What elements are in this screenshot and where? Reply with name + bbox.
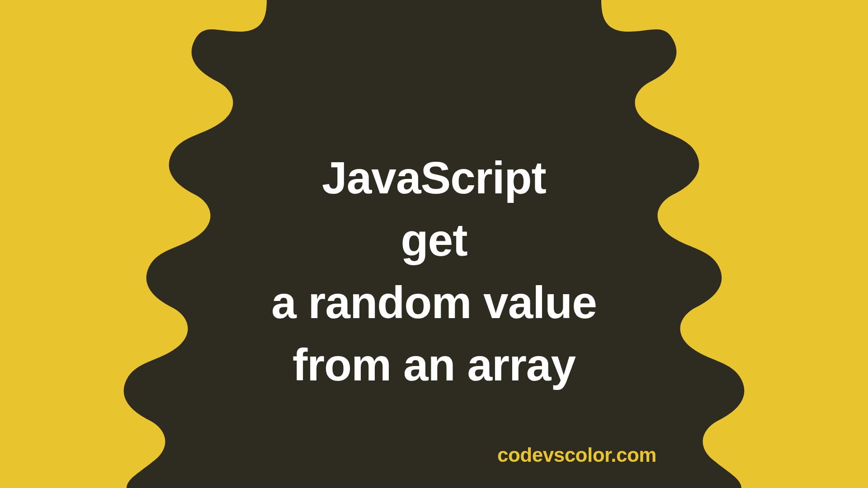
artboard: JavaScript get a random value from an ar…	[0, 0, 868, 488]
title-line-4: from an array	[292, 338, 576, 392]
title-line-2: get	[401, 213, 467, 267]
title-block: JavaScript get a random value from an ar…	[163, 96, 705, 392]
title-line-1: JavaScript	[322, 150, 546, 205]
credit-text: codevscolor.com	[497, 444, 656, 466]
title-line-3: a random value	[271, 275, 597, 329]
